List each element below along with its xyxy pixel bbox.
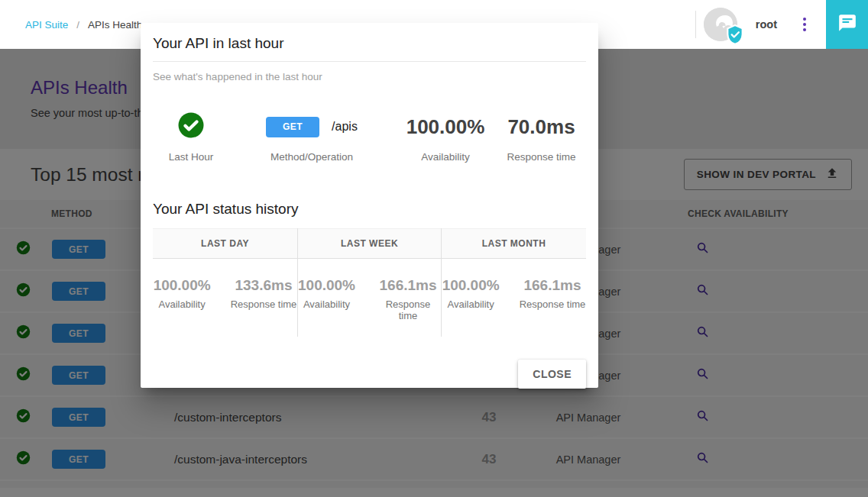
avatar[interactable] xyxy=(704,8,737,41)
breadcrumb-link-api-suite[interactable]: API Suite xyxy=(25,19,68,31)
stat-availability: 100.00% Availability xyxy=(394,111,497,163)
status-history-table: LAST DAY 100.00% Availability 133.6ms Re… xyxy=(153,228,586,337)
api-last-hour-dialog: Your API in last hour See what's happene… xyxy=(141,23,598,388)
chat-button[interactable] xyxy=(826,0,868,49)
topbar-user-area: root xyxy=(695,0,811,49)
close-button[interactable]: CLOSE xyxy=(518,360,586,389)
history-response-time: 166.1ms Response time xyxy=(520,277,586,310)
response-time-value: 70.0ms xyxy=(507,115,575,139)
history-response-time: 133.6ms Response time xyxy=(231,277,297,310)
history-column-last-week: LAST WEEK 100.00% Availability 166.1ms R… xyxy=(297,228,442,337)
operation-path: /apis xyxy=(332,120,358,134)
stat-method-operation: GET /apis Method/Operation xyxy=(229,111,394,163)
status-history-title: Your API status history xyxy=(153,201,586,218)
history-response-time: 166.1ms Response time xyxy=(375,277,441,321)
history-availability: 100.00% Availability xyxy=(442,277,500,310)
stat-last-hour: Last Hour xyxy=(153,111,229,163)
user-name: root xyxy=(756,18,777,31)
history-availability: 100.00% Availability xyxy=(298,277,355,321)
history-column-header: LAST MONTH xyxy=(442,228,586,259)
breadcrumb: API Suite / APIs Health xyxy=(25,19,142,31)
history-availability: 100.00% Availability xyxy=(154,277,211,310)
chat-icon xyxy=(837,13,857,36)
check-circle-icon xyxy=(177,111,205,142)
last-hour-stats: Last Hour GET /apis Method/Operation 100… xyxy=(153,111,586,163)
stat-label: Method/Operation xyxy=(229,151,394,163)
breadcrumb-separator: / xyxy=(76,19,79,31)
availability-value: 100.00% xyxy=(406,115,485,139)
breadcrumb-current: APIs Health xyxy=(88,19,142,31)
method-badge: GET xyxy=(266,117,319,137)
history-column-last-day: LAST DAY 100.00% Availability 133.6ms Re… xyxy=(153,228,297,337)
stat-label: Last Hour xyxy=(153,151,229,163)
history-column-header: LAST WEEK xyxy=(298,228,441,259)
topbar-divider xyxy=(695,11,696,38)
dialog-title: Your API in last hour xyxy=(153,23,586,62)
history-column-last-month: LAST MONTH 100.00% Availability 166.1ms … xyxy=(442,228,586,337)
stat-response-time: 70.0ms Response time xyxy=(497,111,586,163)
history-column-header: LAST DAY xyxy=(153,228,297,259)
verified-shield-icon xyxy=(725,24,745,46)
stat-label: Response time xyxy=(497,151,586,163)
dialog-subtitle: See what's happened in the last hour xyxy=(153,71,586,82)
more-options-icon[interactable] xyxy=(798,13,811,36)
stat-label: Availability xyxy=(394,151,497,163)
